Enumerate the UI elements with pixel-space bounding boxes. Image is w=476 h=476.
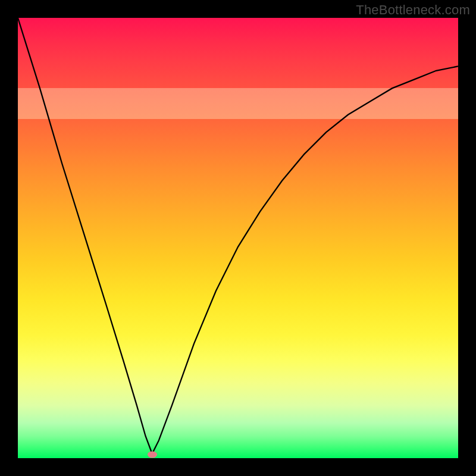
plot-area: [18, 18, 458, 458]
curve-svg: [18, 18, 458, 458]
minimum-marker: [148, 452, 157, 458]
chart-frame: TheBottleneck.com: [0, 0, 476, 476]
bottleneck-curve: [18, 18, 458, 454]
watermark-text: TheBottleneck.com: [356, 2, 470, 18]
